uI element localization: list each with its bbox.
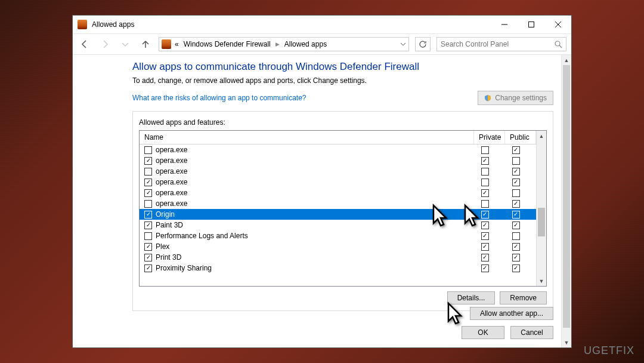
checkbox[interactable]: [481, 200, 489, 208]
checkbox[interactable]: ✓: [512, 211, 520, 219]
window: Allowed apps « Windows Defender Firewall…: [72, 15, 572, 348]
watermark: UGETFIX: [584, 344, 634, 357]
checkbox[interactable]: ✓: [512, 200, 520, 208]
checkbox[interactable]: [512, 232, 520, 240]
svg-line-5: [559, 45, 562, 48]
checkbox[interactable]: [144, 232, 152, 240]
list-item[interactable]: opera.exe✓: [140, 166, 536, 177]
list-item[interactable]: ✓Origin✓✓: [140, 209, 536, 220]
app-name: Proximity Sharing: [152, 264, 469, 272]
checkbox[interactable]: ✓: [512, 264, 520, 272]
scrollbar-thumb[interactable]: [563, 65, 570, 328]
checkbox[interactable]: ✓: [144, 189, 152, 197]
breadcrumb-item[interactable]: Allowed apps: [284, 40, 327, 48]
checkbox[interactable]: [144, 200, 152, 208]
group-label: Allowed apps and features:: [137, 118, 228, 127]
list-item[interactable]: ✓opera.exe✓: [140, 177, 536, 187]
checkbox[interactable]: ✓: [481, 189, 489, 197]
allow-another-app-button[interactable]: Allow another app...: [470, 307, 553, 320]
list-item[interactable]: ✓Proximity Sharing✓✓: [140, 263, 536, 273]
list-item[interactable]: ✓Plex✓✓: [140, 241, 536, 252]
breadcrumb: « Windows Defender Firewall ▶ Allowed ap…: [175, 40, 327, 48]
scroll-up-icon[interactable]: ▲: [562, 55, 571, 65]
scroll-down-icon[interactable]: ▼: [562, 337, 571, 347]
checkbox[interactable]: ✓: [144, 179, 152, 186]
breadcrumb-prefix: «: [175, 40, 179, 48]
checkbox[interactable]: ✓: [481, 211, 489, 219]
search-box[interactable]: [436, 37, 566, 51]
list-item[interactable]: ✓opera.exe✓: [140, 155, 536, 166]
svg-rect-1: [528, 22, 534, 27]
cancel-button[interactable]: Cancel: [510, 326, 553, 339]
checkbox[interactable]: [481, 146, 489, 154]
app-name: opera.exe: [152, 167, 469, 176]
checkbox[interactable]: ✓: [512, 168, 520, 176]
refresh-button[interactable]: [415, 37, 431, 51]
checkbox[interactable]: [144, 168, 152, 176]
checkbox[interactable]: ✓: [144, 222, 152, 229]
firewall-icon: [78, 20, 87, 29]
address-bar[interactable]: « Windows Defender Firewall ▶ Allowed ap…: [159, 37, 409, 51]
checkbox[interactable]: ✓: [144, 254, 152, 262]
checkbox[interactable]: ✓: [512, 243, 520, 251]
list-item[interactable]: Performance Logs and Alerts✓: [140, 230, 536, 241]
checkbox[interactable]: ✓: [512, 179, 520, 186]
ok-button[interactable]: OK: [462, 326, 504, 339]
list-item[interactable]: ✓Print 3D✓✓: [140, 252, 536, 263]
checkbox[interactable]: ✓: [481, 232, 489, 240]
details-button[interactable]: Details...: [447, 291, 496, 304]
checkbox[interactable]: ✓: [481, 243, 489, 251]
up-button[interactable]: [138, 37, 153, 51]
minimize-button[interactable]: [491, 16, 518, 33]
checkbox[interactable]: ✓: [144, 264, 152, 272]
window-title: Allowed apps: [92, 20, 491, 29]
checkbox[interactable]: [481, 179, 489, 186]
checkbox[interactable]: [512, 157, 520, 165]
maximize-button[interactable]: [518, 16, 544, 33]
chevron-right-icon[interactable]: ▶: [275, 41, 280, 47]
checkbox[interactable]: ✓: [512, 222, 520, 229]
risk-link[interactable]: What are the risks of allowing an app to…: [132, 94, 306, 102]
app-name: Print 3D: [152, 253, 469, 262]
list-item[interactable]: ✓Paint 3D✓✓: [140, 220, 536, 230]
checkbox[interactable]: ✓: [481, 157, 489, 165]
app-name: opera.exe: [152, 146, 469, 154]
scrollbar-thumb[interactable]: [538, 208, 545, 236]
change-settings-button[interactable]: Change settings: [478, 91, 553, 105]
forward-button[interactable]: [98, 37, 112, 51]
col-private[interactable]: Private: [474, 131, 505, 144]
checkbox[interactable]: ✓: [481, 264, 489, 272]
col-name[interactable]: Name: [140, 131, 474, 144]
checkbox[interactable]: ✓: [144, 243, 152, 251]
app-name: opera.exe: [152, 199, 469, 208]
close-button[interactable]: [544, 16, 571, 33]
list-item[interactable]: ✓opera.exe✓: [140, 187, 536, 198]
scroll-up-icon[interactable]: ▲: [537, 131, 546, 141]
checkbox[interactable]: ✓: [512, 146, 520, 154]
checkbox[interactable]: ✓: [481, 222, 489, 229]
col-public[interactable]: Public: [505, 131, 536, 144]
list-item[interactable]: opera.exe✓: [140, 144, 536, 155]
list-scrollbar[interactable]: ▲ ▼: [536, 131, 546, 286]
toolbar: « Windows Defender Firewall ▶ Allowed ap…: [73, 33, 571, 55]
page-scrollbar[interactable]: ▲ ▼: [561, 55, 571, 347]
recent-dropdown[interactable]: [118, 37, 132, 51]
checkbox[interactable]: [481, 168, 489, 176]
app-name: opera.exe: [152, 189, 469, 197]
scroll-down-icon[interactable]: ▼: [537, 276, 546, 286]
apps-list: Name Private Public opera.exe✓✓opera.exe…: [139, 130, 547, 287]
content-area: Allow apps to communicate through Window…: [73, 55, 571, 347]
checkbox[interactable]: ✓: [512, 254, 520, 262]
address-bar-dropdown[interactable]: [400, 41, 406, 47]
checkbox[interactable]: ✓: [481, 254, 489, 262]
svg-point-4: [555, 41, 560, 46]
checkbox[interactable]: ✓: [144, 157, 152, 165]
checkbox[interactable]: [512, 189, 520, 197]
list-item[interactable]: opera.exe✓: [140, 198, 536, 209]
remove-button[interactable]: Remove: [500, 291, 547, 304]
back-button[interactable]: [78, 37, 92, 51]
breadcrumb-item[interactable]: Windows Defender Firewall: [184, 40, 271, 48]
search-input[interactable]: [441, 40, 542, 48]
checkbox[interactable]: ✓: [144, 211, 152, 219]
checkbox[interactable]: [144, 146, 152, 154]
